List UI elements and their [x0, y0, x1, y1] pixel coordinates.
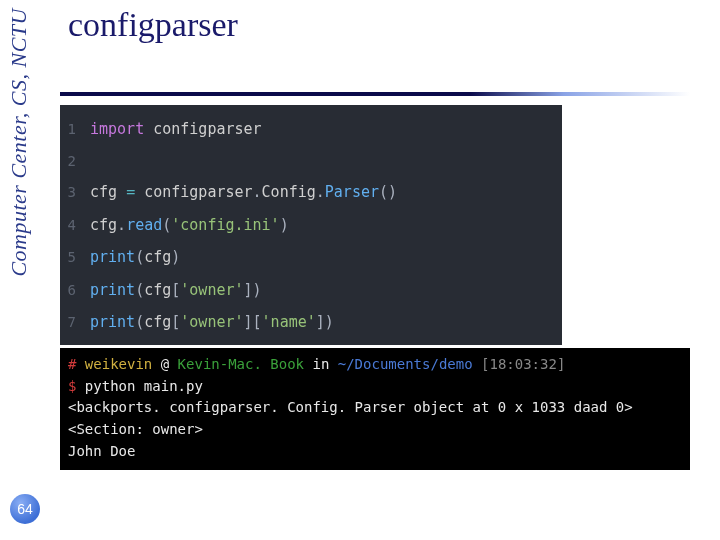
line-number: 7 — [60, 309, 90, 336]
code-line: 1import configparser — [60, 113, 562, 146]
code-block: 1import configparser23cfg = configparser… — [60, 105, 562, 345]
code-text: print(cfg['owner']['name']) — [90, 308, 334, 337]
terminal-line: John Doe — [68, 441, 682, 463]
line-number: 2 — [60, 148, 90, 175]
code-line: 6print(cfg['owner']) — [60, 274, 562, 307]
title-divider — [60, 92, 690, 96]
terminal-output: # weikevin @ Kevin-Mac. Book in ~/Docume… — [60, 348, 690, 470]
code-text: print(cfg) — [90, 243, 180, 272]
terminal-line: <Section: owner> — [68, 419, 682, 441]
page-number-badge: 64 — [10, 494, 40, 524]
line-number: 6 — [60, 277, 90, 304]
terminal-line: <backports. configparser. Config. Parser… — [68, 397, 682, 419]
line-number: 1 — [60, 116, 90, 143]
code-line: 4cfg.read('config.ini') — [60, 209, 562, 242]
sidebar-org-label: Computer Center, CS, NCTU — [6, 8, 32, 277]
page-number: 64 — [17, 501, 33, 517]
code-text: import configparser — [90, 115, 262, 144]
line-number: 5 — [60, 244, 90, 271]
terminal-line: $ python main.py — [68, 376, 682, 398]
code-text: cfg.read('config.ini') — [90, 211, 289, 240]
code-line: 3cfg = configparser.Config.Parser() — [60, 176, 562, 209]
code-text: cfg = configparser.Config.Parser() — [90, 178, 397, 207]
code-line: 5print(cfg) — [60, 241, 562, 274]
code-text: print(cfg['owner']) — [90, 276, 262, 305]
slide: Computer Center, CS, NCTU configparser 1… — [0, 0, 720, 540]
code-line: 2 — [60, 146, 562, 177]
code-line: 7print(cfg['owner']['name']) — [60, 306, 562, 339]
line-number: 3 — [60, 179, 90, 206]
line-number: 4 — [60, 212, 90, 239]
slide-title: configparser — [68, 6, 238, 44]
terminal-line: # weikevin @ Kevin-Mac. Book in ~/Docume… — [68, 354, 682, 376]
